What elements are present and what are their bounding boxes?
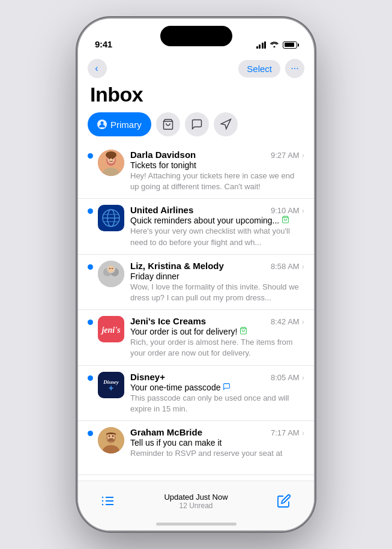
svg-text:jeni's: jeni's — [100, 326, 121, 335]
select-button[interactable]: Select — [238, 60, 280, 77]
tab-messages[interactable] — [185, 112, 209, 136]
email-sender: Darla Davidson — [130, 150, 196, 160]
email-preview: Rich, your order is almost here. The ite… — [130, 337, 304, 359]
email-time: 8:05 AM — [271, 373, 300, 382]
svg-point-33 — [109, 435, 110, 437]
page-title: Inbox — [78, 80, 314, 112]
email-item[interactable]: Darla Davidson 9:27 AM › Tickets for ton… — [78, 144, 314, 199]
email-item[interactable]: Graham McBride 7:17 AM › Tell us if you … — [78, 421, 314, 475]
email-time: 8:42 AM — [271, 317, 300, 326]
svg-point-0 — [101, 121, 104, 124]
chevron-right-icon: › — [302, 206, 304, 215]
chevron-right-icon: › — [302, 428, 304, 437]
chevron-right-icon: › — [302, 151, 304, 160]
back-button[interactable]: ‹ — [88, 59, 107, 78]
avatar — [98, 150, 124, 176]
avatar — [98, 427, 124, 453]
email-sender: Jeni's Ice Creams — [130, 316, 206, 326]
svg-point-20 — [108, 265, 114, 272]
email-item[interactable]: jeni's Jeni's Ice Creams 8:42 AM › Your … — [78, 310, 314, 365]
svg-rect-35 — [107, 439, 115, 441]
avatar: jeni's — [98, 316, 124, 342]
email-list: Darla Davidson 9:27 AM › Tickets for ton… — [78, 144, 314, 512]
email-subject: Tell us if you can make it — [130, 438, 304, 447]
unread-dot — [88, 320, 93, 325]
avatar — [98, 261, 124, 287]
wifi-icon — [270, 40, 279, 49]
email-sender: United Airlines — [130, 205, 193, 215]
more-icon: ··· — [291, 63, 298, 74]
email-time-area: 8:42 AM › — [271, 317, 304, 326]
email-header: United Airlines 9:10 AM › — [130, 205, 304, 215]
email-content: Disney+ 8:05 AM › Your one-time passcode — [130, 372, 304, 414]
email-time: 8:58 AM — [271, 262, 300, 271]
bottom-status-area: Updated Just Now 12 Unread — [164, 493, 228, 510]
email-time-area: 8:58 AM › — [271, 262, 304, 271]
email-header: Graham McBride 7:17 AM › — [130, 427, 304, 437]
email-preview: Here's your very own checklist with what… — [130, 226, 304, 247]
email-subject: Tickets for tonight — [130, 160, 304, 170]
email-header: Jeni's Ice Creams 8:42 AM › — [130, 316, 304, 326]
email-subject: Your order is out for delivery! — [130, 327, 304, 336]
content-area: ‹ Select ··· Inbox Primary — [78, 54, 314, 530]
filter-button[interactable] — [97, 490, 119, 512]
nav-bar: ‹ Select ··· — [78, 54, 314, 80]
more-button[interactable]: ··· — [285, 59, 304, 78]
battery-icon — [283, 41, 297, 49]
back-chevron-icon: ‹ — [95, 63, 98, 74]
email-item[interactable]: Disney + Disney+ 8:05 AM › Your one-time… — [78, 366, 314, 421]
email-preview: Reminder to RSVP and reserve your seat a… — [130, 448, 304, 459]
email-time: 9:10 AM — [271, 206, 300, 215]
unread-dot — [88, 153, 93, 159]
email-subject: Friday dinner — [130, 271, 304, 281]
unread-dot — [88, 431, 93, 436]
category-tabs: Primary — [78, 112, 314, 144]
email-content: Darla Davidson 9:27 AM › Tickets for ton… — [130, 150, 304, 192]
email-preview: Wow, I love the formality of this invite… — [130, 282, 304, 303]
email-preview: This passcode can only be used once and … — [130, 393, 304, 414]
svg-text:+: + — [109, 383, 113, 393]
svg-point-8 — [106, 151, 116, 159]
avatar: Disney + — [98, 372, 124, 398]
email-sender: Liz, Kristina & Melody — [130, 261, 224, 271]
email-content: United Airlines 9:10 AM › Quick reminder… — [130, 205, 304, 247]
email-item[interactable]: Liz, Kristina & Melody 8:58 AM › Friday … — [78, 255, 314, 310]
avatar — [98, 205, 124, 231]
email-header: Darla Davidson 9:27 AM › — [130, 150, 304, 160]
tab-promotions[interactable] — [214, 112, 238, 136]
email-content: Jeni's Ice Creams 8:42 AM › Your order i… — [130, 316, 304, 359]
email-sender: Disney+ — [130, 372, 165, 382]
svg-point-34 — [112, 435, 113, 437]
email-content: Liz, Kristina & Melody 8:58 AM › Friday … — [130, 261, 304, 303]
svg-point-21 — [109, 268, 110, 269]
unread-dot — [88, 375, 93, 381]
chevron-right-icon: › — [302, 317, 304, 326]
dynamic-island — [160, 26, 232, 46]
email-header: Liz, Kristina & Melody 8:58 AM › — [130, 261, 304, 271]
tab-primary[interactable]: Primary — [88, 112, 151, 136]
email-time-area: 8:05 AM › — [271, 373, 304, 382]
status-icons — [256, 40, 298, 49]
email-preview: Hey! Attaching your tickets here in case… — [130, 171, 304, 192]
unread-dot — [88, 208, 93, 214]
email-item[interactable]: United Airlines 9:10 AM › Quick reminder… — [78, 199, 314, 254]
phone-frame: 9:41 ‹ — [78, 19, 314, 530]
person-icon — [97, 120, 107, 129]
home-indicator — [156, 523, 237, 526]
shopping-category-icon — [282, 216, 289, 225]
update-status: Updated Just Now — [164, 493, 228, 502]
email-time-area: 9:10 AM › — [271, 206, 304, 215]
nav-actions: Select ··· — [238, 59, 304, 78]
email-time: 9:27 AM — [271, 151, 300, 160]
tab-shopping[interactable] — [156, 112, 180, 136]
svg-point-22 — [112, 268, 113, 269]
email-header: Disney+ 8:05 AM › — [130, 372, 304, 382]
chevron-right-icon: › — [302, 373, 304, 382]
unread-dot — [88, 264, 93, 270]
email-content: Graham McBride 7:17 AM › Tell us if you … — [130, 427, 304, 459]
compose-button[interactable] — [273, 490, 295, 512]
status-time: 9:41 — [95, 39, 112, 49]
email-time-area: 7:17 AM › — [271, 428, 304, 437]
signal-bars-icon — [256, 41, 267, 49]
chevron-right-icon: › — [302, 262, 304, 271]
